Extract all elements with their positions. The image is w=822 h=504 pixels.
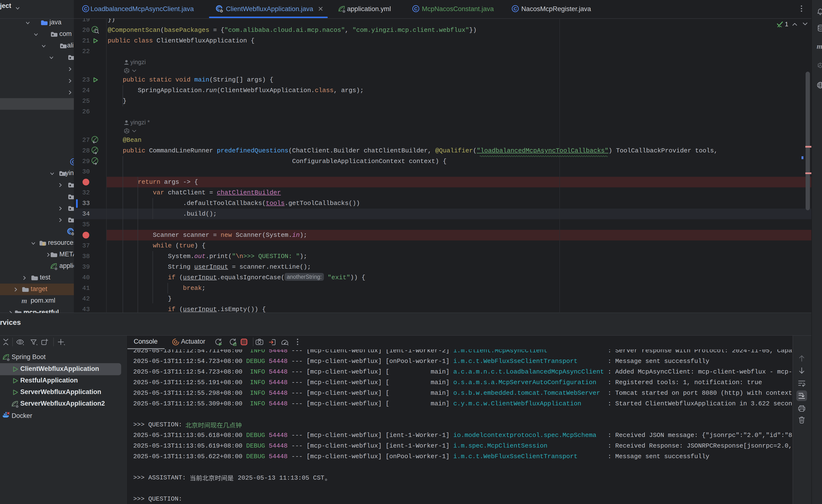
svg-text:C: C [414, 6, 418, 11]
svg-text:C: C [72, 159, 74, 164]
svg-text:m: m [21, 297, 27, 305]
svg-text:C: C [84, 6, 87, 11]
svg-text:C: C [513, 6, 517, 11]
svg-text:m: m [817, 42, 822, 50]
